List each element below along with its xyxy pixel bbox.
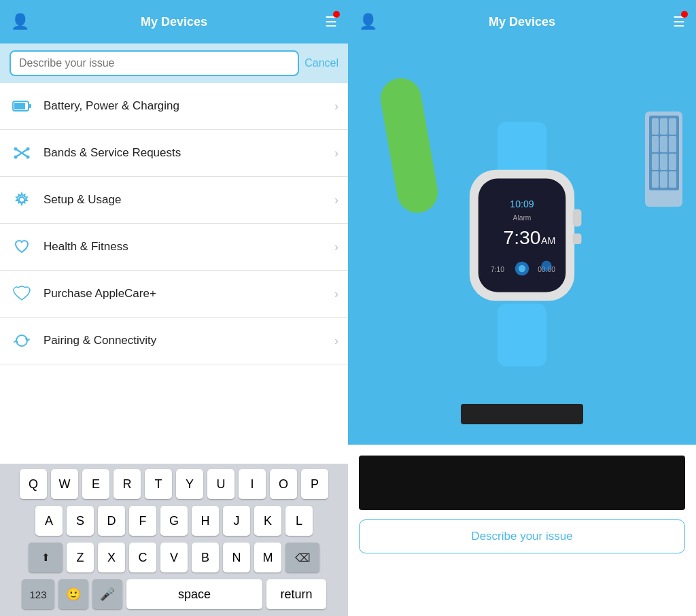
left-panel: 👤 My Devices ☰ Cancel Battery, Power & C… [0, 0, 348, 616]
menu-item-applecare[interactable]: Purchase AppleCare+ › [0, 271, 348, 318]
app-icon-3 [669, 118, 676, 135]
svg-point-22 [519, 265, 525, 272]
key-f[interactable]: F [129, 506, 156, 536]
key-v[interactable]: V [160, 543, 188, 572]
mic-key[interactable]: 🎤 [92, 579, 122, 609]
app-icon-12 [669, 171, 676, 188]
menu-item-battery[interactable]: Battery, Power & Charging › [0, 83, 348, 130]
key-o[interactable]: O [270, 469, 297, 499]
key-d[interactable]: D [98, 506, 125, 536]
svg-text:7:10: 7:10 [491, 266, 504, 273]
apple-watch-svg: 10:09 Alarm 7:30 AM 7:10 00:00 [427, 122, 617, 366]
app-icon-7 [652, 154, 659, 170]
battery-icon [10, 94, 34, 118]
pairing-icon [10, 328, 34, 353]
menu-item-pairing[interactable]: Pairing & Connectivity › [0, 318, 348, 364]
key-k[interactable]: K [254, 506, 281, 536]
battery-chevron: › [334, 99, 338, 114]
applecare-label: Purchase AppleCare+ [44, 287, 334, 301]
search-input[interactable] [19, 57, 290, 69]
keyboard-bottom-row: 123 🙂 🎤 space return [3, 579, 345, 609]
app-icon-5 [660, 136, 667, 152]
health-chevron: › [334, 240, 338, 254]
app-icon-1 [652, 118, 659, 135]
svg-text:AM: AM [541, 235, 555, 246]
right-profile-icon[interactable]: 👤 [359, 13, 377, 31]
emoji-key[interactable]: 🙂 [58, 579, 88, 609]
menu-list: Battery, Power & Charging › Bands & Serv… [0, 83, 348, 464]
right-menu-icon[interactable]: ☰ [673, 14, 685, 30]
health-label: Health & Fitness [44, 240, 334, 254]
svg-point-6 [27, 148, 30, 151]
key-p[interactable]: P [301, 469, 328, 499]
delete-key[interactable]: ⌫ [285, 543, 319, 572]
key-y[interactable]: Y [176, 469, 203, 499]
bands-icon [10, 141, 34, 165]
svg-text:Alarm: Alarm [513, 214, 532, 222]
key-h[interactable]: H [192, 506, 219, 536]
keyboard-row-3: ⬆ Z X C V B N M ⌫ [3, 543, 345, 572]
right-header: 👤 My Devices ☰ [348, 0, 696, 44]
bands-chevron: › [334, 146, 338, 160]
svg-rect-1 [14, 103, 25, 109]
key-q[interactable]: Q [20, 469, 47, 499]
battery-label: Battery, Power & Charging [44, 99, 334, 113]
key-r[interactable]: R [114, 469, 141, 499]
shift-key[interactable]: ⬆ [29, 543, 63, 572]
pairing-label: Pairing & Connectivity [44, 334, 334, 347]
return-key[interactable]: return [266, 579, 326, 609]
app-icon-10 [652, 171, 659, 188]
app-icon-9 [669, 154, 676, 170]
key-l[interactable]: L [285, 506, 313, 536]
key-b[interactable]: B [192, 543, 219, 572]
key-m[interactable]: M [254, 543, 281, 572]
svg-text:10:09: 10:09 [510, 199, 534, 209]
key-i[interactable]: I [239, 469, 266, 499]
profile-icon[interactable]: 👤 [11, 13, 29, 31]
health-icon [10, 235, 34, 259]
keyboard-row-2: A S D F G H J K L [3, 506, 345, 536]
keyboard-row-1: Q W E R T Y U I O P [3, 469, 345, 499]
describe-button[interactable]: Describe your issue [359, 519, 685, 553]
num-key[interactable]: 123 [22, 579, 54, 609]
watch-section: 10:09 Alarm 7:30 AM 7:10 00:00 [348, 44, 696, 445]
app-icon-4 [652, 136, 659, 152]
search-input-wrapper[interactable] [10, 50, 299, 76]
key-a[interactable]: A [35, 506, 63, 536]
space-key[interactable]: space [126, 579, 262, 609]
redacted-bar [461, 404, 583, 424]
applecare-icon [10, 281, 34, 306]
svg-rect-14 [573, 209, 582, 227]
svg-point-7 [14, 156, 18, 159]
key-s[interactable]: S [67, 506, 94, 536]
ipad-screen [649, 116, 679, 190]
left-header: 👤 My Devices ☰ [0, 0, 348, 44]
key-c[interactable]: C [129, 543, 156, 572]
key-t[interactable]: T [145, 469, 172, 499]
key-g[interactable]: G [160, 506, 188, 536]
watch-container: 10:09 Alarm 7:30 AM 7:10 00:00 [348, 44, 696, 445]
key-n[interactable]: N [223, 543, 250, 572]
menu-item-health[interactable]: Health & Fitness › [0, 224, 348, 271]
right-header-title: My Devices [489, 15, 555, 29]
key-e[interactable]: E [82, 469, 109, 499]
svg-rect-15 [573, 234, 582, 244]
setup-label: Setup & Usage [44, 193, 334, 207]
svg-point-5 [14, 148, 18, 151]
setup-chevron: › [334, 193, 338, 207]
key-j[interactable]: J [223, 506, 250, 536]
app-icon-6 [669, 136, 676, 152]
key-w[interactable]: W [51, 469, 78, 499]
key-z[interactable]: Z [67, 543, 94, 572]
search-bar: Cancel [0, 44, 348, 83]
cancel-button[interactable]: Cancel [304, 57, 338, 69]
right-panel: 👤 My Devices ☰ [348, 0, 696, 616]
app-icon-11 [660, 171, 667, 188]
right-bottom: Describe your issue [348, 445, 696, 567]
menu-icon[interactable]: ☰ [325, 14, 337, 30]
menu-item-setup[interactable]: Setup & Usage › [0, 177, 348, 224]
key-x[interactable]: X [98, 543, 125, 572]
right-notification-dot [681, 11, 688, 18]
menu-item-bands[interactable]: Bands & Service Requests › [0, 130, 348, 177]
key-u[interactable]: U [207, 469, 234, 499]
